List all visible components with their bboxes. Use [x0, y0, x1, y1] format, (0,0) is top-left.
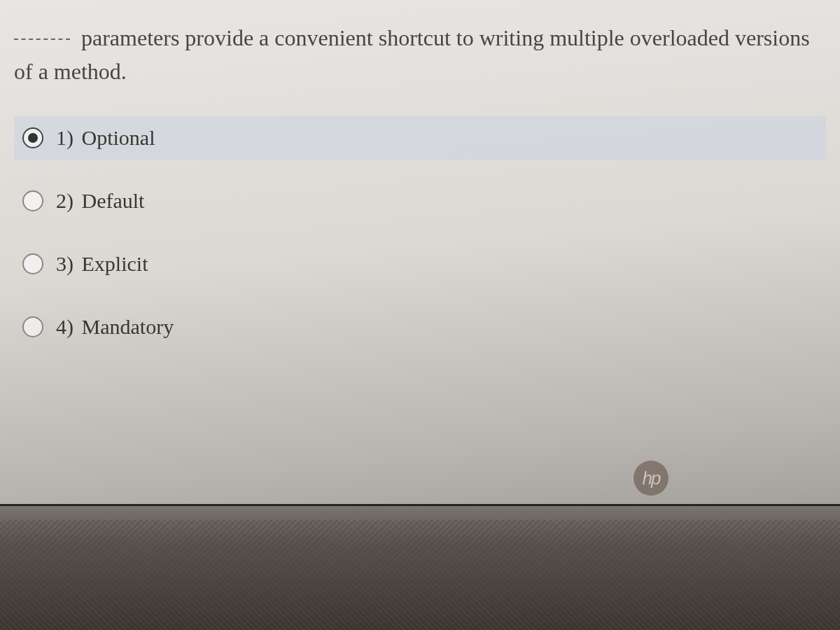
- question-text: parameters provide a convenient shortcut…: [14, 21, 826, 88]
- option-2[interactable]: 2) Default: [14, 179, 826, 223]
- option-number: 4): [56, 315, 74, 338]
- option-text: Mandatory: [82, 315, 174, 338]
- option-4[interactable]: 4) Mandatory: [14, 305, 826, 349]
- option-label: 4) Mandatory: [56, 315, 174, 339]
- option-number: 3): [56, 252, 74, 275]
- option-number: 2): [56, 189, 74, 212]
- quiz-question-container: parameters provide a convenient shortcut…: [0, 0, 840, 349]
- hp-logo-icon: hp: [634, 461, 668, 496]
- option-label: 1) Optional: [56, 126, 155, 150]
- radio-icon: [22, 316, 43, 337]
- options-list: 1) Optional 2) Default 3) Explicit 4) Ma…: [14, 116, 826, 349]
- option-1[interactable]: 1) Optional: [14, 116, 826, 160]
- hp-logo-text: hp: [643, 468, 660, 489]
- option-label: 2) Default: [56, 189, 144, 213]
- option-number: 1): [56, 126, 74, 149]
- keyboard-area: [0, 504, 840, 630]
- option-text: Optional: [82, 126, 155, 149]
- radio-icon: [22, 190, 43, 211]
- option-text: Default: [82, 189, 145, 212]
- option-label: 3) Explicit: [56, 252, 148, 276]
- question-body: parameters provide a convenient shortcut…: [14, 25, 810, 84]
- option-text: Explicit: [82, 252, 148, 275]
- radio-icon: [22, 253, 43, 274]
- radio-icon: [22, 127, 43, 148]
- fill-blank: [14, 36, 70, 40]
- option-3[interactable]: 3) Explicit: [14, 242, 826, 286]
